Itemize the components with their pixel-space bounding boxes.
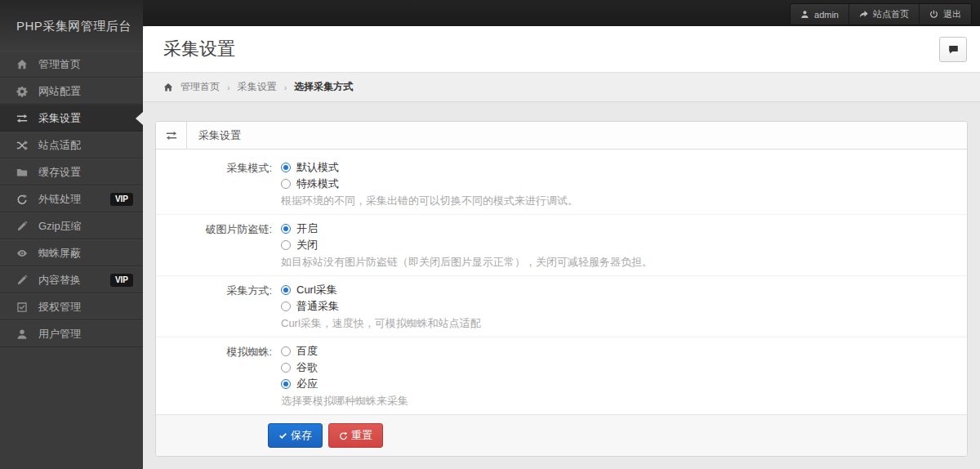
help-text: 如目标站没有图片防盗链（即关闭后图片显示正常），关闭可减轻服务器负担。 (281, 255, 653, 270)
field-label: 采集模式: (156, 159, 272, 208)
active-item-arrow (136, 112, 143, 125)
home-icon (16, 59, 28, 70)
sidebar-item-label: 外链处理 (38, 192, 81, 207)
admin-user-label: admin (814, 10, 839, 20)
vip-badge: VIP (110, 274, 133, 287)
brand-logo: PHP采集网管理后台 (0, 0, 143, 46)
topbar: admin 站点首页 退出 (0, 0, 980, 26)
radio-checked[interactable] (281, 285, 291, 295)
user-icon (800, 10, 809, 19)
page-title: 采集设置 (163, 37, 235, 61)
sidebar-item-label: 蜘蛛屏蔽 (38, 246, 81, 261)
radio-option-bing[interactable]: 必应 (281, 376, 408, 392)
panel-header: 采集设置 (156, 122, 967, 150)
save-button[interactable]: 保存 (268, 423, 323, 448)
radio-unchecked[interactable] (281, 363, 291, 373)
refresh-icon (339, 431, 348, 440)
radio-option-default-mode[interactable]: 默认模式 (281, 159, 578, 176)
sidebar-item-label: Gzip压缩 (38, 219, 82, 234)
radio-label: 百度 (296, 344, 318, 359)
pencil-icon (16, 275, 28, 286)
logout-label: 退出 (943, 8, 961, 20)
radio-option-disable[interactable]: 关闭 (281, 237, 653, 253)
radio-unchecked[interactable] (281, 179, 291, 189)
reset-button[interactable]: 重置 (328, 423, 383, 448)
topbar-actions: admin 站点首页 退出 (790, 3, 972, 25)
sidebar-item-user-manage[interactable]: 用户管理 (0, 320, 143, 347)
sidebar-item-label: 授权管理 (38, 300, 81, 315)
radio-label: 谷歌 (296, 360, 318, 375)
radio-unchecked[interactable] (281, 240, 291, 250)
form-group-collect-mode: 采集模式: 默认模式 特殊模式 根据环境的不同，采集出错的可以切换不同的模式来进… (156, 154, 967, 215)
radio-label: 默认模式 (296, 160, 339, 175)
sidebar: PHP采集网管理后台 管理首页 网站配置 采集设置 站点适配 缓存设置 (0, 0, 143, 469)
field-controls: 默认模式 特殊模式 根据环境的不同，采集出错的可以切换不同的模式来进行调试。 (281, 159, 578, 208)
breadcrumb: 管理首页 › 采集设置 › 选择采集方式 (143, 72, 980, 102)
sidebar-item-spider-block[interactable]: 蜘蛛屏蔽 (0, 239, 143, 266)
logout-button[interactable]: 退出 (919, 4, 971, 25)
radio-option-baidu[interactable]: 百度 (281, 343, 408, 360)
radio-label: 必应 (296, 377, 318, 391)
field-controls: 百度 谷歌 必应 选择要模拟哪种蜘蛛来采集 (281, 343, 408, 409)
check-icon (278, 431, 287, 440)
site-home-label: 站点首页 (873, 8, 909, 20)
admin-user-button[interactable]: admin (791, 4, 849, 25)
sidebar-item-content-replace[interactable]: 内容替换 VIP (0, 266, 143, 293)
user-icon (16, 328, 28, 340)
sidebar-item-home[interactable]: 管理首页 (0, 51, 143, 78)
sidebar-item-label: 用户管理 (38, 327, 81, 342)
eye-icon (16, 248, 28, 259)
sidebar-item-external-links[interactable]: 外链处理 VIP (0, 185, 143, 212)
sidebar-item-gzip[interactable]: Gzip压缩 (0, 212, 143, 239)
form-group-collect-method: 采集方式: Curl采集 普通采集 Curl采集，速度快，可模拟蜘蛛和站点适配 (156, 276, 967, 337)
refresh-icon (16, 194, 28, 205)
breadcrumb-separator: › (227, 83, 230, 92)
repeat-icon (16, 113, 28, 124)
radio-unchecked[interactable] (281, 302, 291, 311)
radio-option-enable[interactable]: 开启 (281, 221, 653, 237)
radio-checked[interactable] (281, 379, 291, 389)
panel-title: 采集设置 (187, 122, 241, 149)
sidebar-item-label: 站点适配 (38, 138, 81, 153)
form-group-spider-simulation: 模拟蜘蛛: 百度 谷歌 必 (156, 337, 967, 414)
sidebar-item-collect-settings[interactable]: 采集设置 (0, 105, 143, 132)
sidebar-item-site-adapt[interactable]: 站点适配 (0, 132, 143, 159)
sidebar-item-auth-manage[interactable]: 授权管理 (0, 293, 143, 320)
breadcrumb-item-home[interactable]: 管理首页 (180, 80, 220, 94)
sidebar-item-label: 采集设置 (38, 111, 81, 126)
pencil-icon (16, 221, 28, 232)
sidebar-item-cache-settings[interactable]: 缓存设置 (0, 159, 143, 185)
radio-option-normal[interactable]: 普通采集 (281, 298, 481, 315)
sidebar-menu: 管理首页 网站配置 采集设置 站点适配 缓存设置 外链处理 (0, 51, 143, 347)
field-label: 模拟蜘蛛: (156, 343, 272, 409)
sidebar-item-label: 管理首页 (38, 57, 81, 72)
panel-icon-cell (156, 122, 187, 149)
radio-label: 普通采集 (296, 299, 339, 314)
breadcrumb-item-collect-settings[interactable]: 采集设置 (238, 80, 277, 94)
radio-label: 开启 (296, 221, 318, 236)
panel-footer: 保存 重置 (156, 414, 967, 456)
sidebar-item-site-config[interactable]: 网站配置 (0, 78, 143, 105)
page-header: 采集设置 (143, 26, 980, 72)
vip-badge: VIP (110, 193, 133, 206)
site-home-button[interactable]: 站点首页 (849, 4, 919, 25)
field-controls: 开启 关闭 如目标站没有图片防盗链（即关闭后图片显示正常），关闭可减轻服务器负担… (281, 221, 653, 270)
radio-checked[interactable] (281, 224, 291, 234)
radio-option-curl[interactable]: Curl采集 (281, 282, 481, 298)
breadcrumb-separator: › (284, 83, 287, 92)
radio-option-google[interactable]: 谷歌 (281, 360, 408, 376)
sidebar-item-label: 内容替换 (38, 273, 81, 288)
content-area: 采集设置 采集模式: 默认模式 特殊模式 (143, 102, 980, 457)
radio-option-special-mode[interactable]: 特殊模式 (281, 176, 578, 192)
app-window: admin 站点首页 退出 PHP采集网管理后台 管理首页 网站配置 (0, 0, 980, 469)
field-label: 破图片防盗链: (156, 221, 272, 270)
help-text: Curl采集，速度快，可模拟蜘蛛和站点适配 (281, 316, 481, 331)
settings-panel: 采集设置 采集模式: 默认模式 特殊模式 (155, 121, 968, 457)
comment-button[interactable] (939, 37, 967, 62)
radio-checked[interactable] (281, 163, 291, 172)
power-icon (929, 10, 938, 19)
radio-unchecked[interactable] (281, 346, 291, 356)
radio-label: Curl采集 (296, 283, 337, 297)
repeat-icon (166, 130, 177, 141)
help-text: 选择要模拟哪种蜘蛛来采集 (281, 394, 408, 409)
